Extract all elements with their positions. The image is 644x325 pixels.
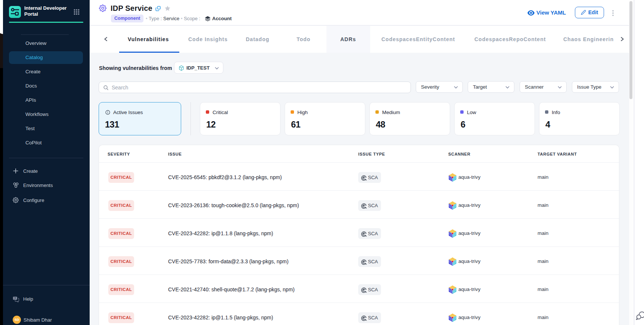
svg-text:?: ?: [14, 297, 16, 300]
